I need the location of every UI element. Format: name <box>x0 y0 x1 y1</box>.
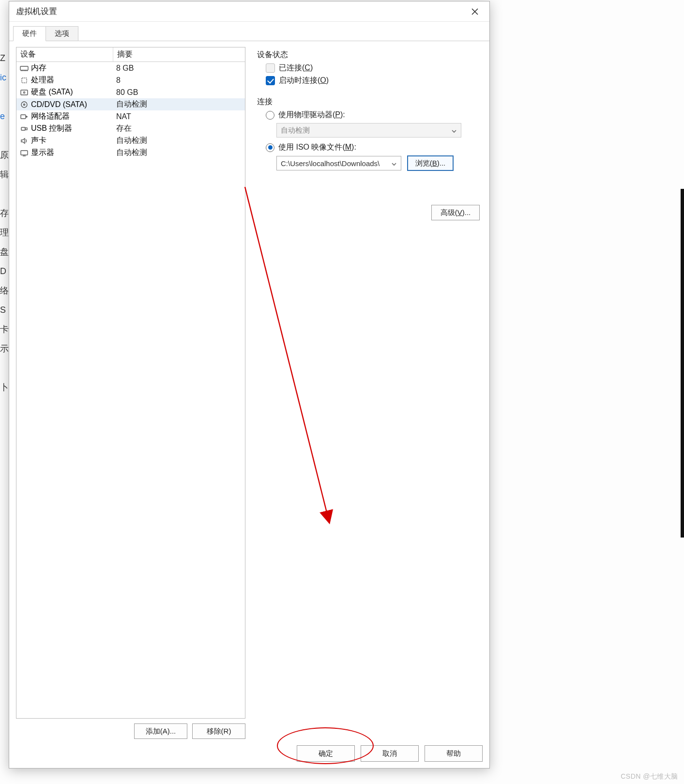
svg-rect-1 <box>22 78 27 83</box>
disk-icon <box>19 88 29 97</box>
display-icon <box>19 149 29 157</box>
help-button[interactable]: 帮助 <box>425 745 483 762</box>
connect-on-power-label: 启动时连接(O) <box>279 76 329 86</box>
svg-rect-0 <box>20 66 28 70</box>
device-summary: 80 GB <box>116 88 242 97</box>
physical-drive-value: 自动检测 <box>281 126 310 135</box>
tab-hardware[interactable]: 硬件 <box>13 26 46 41</box>
connection-title: 连接 <box>257 97 483 107</box>
titlebar: 虚拟机设置 <box>9 1 489 22</box>
device-table-header: 设备 摘要 <box>16 47 245 62</box>
device-table: 设备 摘要 内存8 GB处理器8硬盘 (SATA)80 GBCD/DVD (SA… <box>16 47 245 719</box>
device-row-usb[interactable]: USB 控制器存在 <box>16 123 245 135</box>
device-name: 内存 <box>31 63 116 73</box>
ok-button[interactable]: 确定 <box>297 745 355 762</box>
connect-on-power-row[interactable]: 启动时连接(O) <box>266 76 483 86</box>
tab-body: 设备 摘要 内存8 GB处理器8硬盘 (SATA)80 GBCD/DVD (SA… <box>9 41 489 768</box>
device-row-sound[interactable]: 声卡自动检测 <box>16 135 245 147</box>
device-row-net[interactable]: 网络适配器NAT <box>16 110 245 123</box>
use-physical-label: 使用物理驱动器(P): <box>278 110 345 120</box>
svg-point-4 <box>21 102 27 108</box>
close-button[interactable] <box>464 2 486 21</box>
device-status-title: 设备状态 <box>257 50 483 60</box>
chevron-down-icon <box>391 160 397 166</box>
device-name: 显示器 <box>31 148 116 158</box>
connected-checkbox[interactable] <box>266 63 275 73</box>
dialog-footer: 确定 取消 帮助 <box>9 739 489 768</box>
device-summary: 自动检测 <box>116 136 242 146</box>
advanced-button[interactable]: 高级(V)... <box>431 205 480 220</box>
connected-checkbox-row[interactable]: 已连接(C) <box>266 63 483 73</box>
svg-rect-2 <box>21 90 28 95</box>
use-physical-radio[interactable] <box>266 111 274 120</box>
device-summary: 自动检测 <box>116 99 242 109</box>
remove-button[interactable]: 移除(R) <box>192 723 245 739</box>
add-button[interactable]: 添加(A)... <box>134 723 187 739</box>
use-iso-label: 使用 ISO 映像文件(M): <box>278 142 356 153</box>
device-name: 网络适配器 <box>31 111 116 122</box>
device-row-memory[interactable]: 内存8 GB <box>16 62 245 74</box>
device-row-display[interactable]: 显示器自动检测 <box>16 147 245 159</box>
device-summary: NAT <box>116 112 242 121</box>
iso-path-dropdown[interactable]: C:\Users\localhost\Downloads\ <box>276 156 401 170</box>
close-icon <box>471 8 479 15</box>
memory-icon <box>19 64 29 73</box>
device-name: 硬盘 (SATA) <box>31 87 116 97</box>
browse-button[interactable]: 浏览(B)... <box>407 155 454 171</box>
svg-rect-9 <box>21 151 28 155</box>
tabstrip: 硬件 选项 <box>9 22 489 41</box>
svg-rect-6 <box>21 115 26 119</box>
device-summary: 存在 <box>116 123 242 134</box>
svg-rect-7 <box>21 127 25 130</box>
background-dark-stripe <box>681 189 684 538</box>
chevron-down-icon <box>451 127 457 133</box>
device-row-disk[interactable]: 硬盘 (SATA)80 GB <box>16 86 245 98</box>
use-iso-radio[interactable] <box>266 143 274 152</box>
use-iso-radio-row[interactable]: 使用 ISO 映像文件(M): <box>266 142 483 153</box>
left-panel: 设备 摘要 内存8 GB处理器8硬盘 (SATA)80 GBCD/DVD (SA… <box>16 47 245 739</box>
device-row-cd[interactable]: CD/DVD (SATA)自动检测 <box>16 98 245 110</box>
vm-settings-dialog: 虚拟机设置 硬件 选项 设备 摘要 内存8 GB处理器8硬盘 (SATA)80 … <box>9 1 490 769</box>
device-name: 声卡 <box>31 136 116 146</box>
device-name: 处理器 <box>31 75 116 85</box>
right-panel: 设备状态 已连接(C) 启动时连接(O) 连接 使用物理驱动器(P): <box>257 47 483 739</box>
cd-icon <box>19 100 29 109</box>
header-device: 设备 <box>16 47 113 61</box>
sound-icon <box>19 137 29 145</box>
connected-label: 已连接(C) <box>279 63 313 73</box>
usb-icon <box>19 124 29 133</box>
svg-rect-8 <box>25 128 27 130</box>
device-buttons: 添加(A)... 移除(R) <box>16 723 245 739</box>
device-summary: 8 <box>116 76 242 85</box>
net-icon <box>19 112 29 121</box>
background-clipped-text: Zic e 原辑 存理盘D络 S卡示 卜 <box>0 48 9 397</box>
device-summary: 自动检测 <box>116 148 242 158</box>
tab-options[interactable]: 选项 <box>46 26 78 41</box>
cancel-button[interactable]: 取消 <box>361 745 419 762</box>
header-summary: 摘要 <box>113 47 245 61</box>
use-physical-radio-row[interactable]: 使用物理驱动器(P): <box>266 110 483 120</box>
device-row-cpu[interactable]: 处理器8 <box>16 74 245 86</box>
physical-drive-dropdown[interactable]: 自动检测 <box>276 123 461 138</box>
svg-point-5 <box>24 104 25 105</box>
svg-point-3 <box>23 92 25 93</box>
connect-on-power-checkbox[interactable] <box>266 76 275 85</box>
iso-path-value: C:\Users\localhost\Downloads\ <box>281 159 380 168</box>
cpu-icon <box>19 76 29 85</box>
device-summary: 8 GB <box>116 64 242 73</box>
device-name: CD/DVD (SATA) <box>31 100 116 109</box>
window-title: 虚拟机设置 <box>16 6 464 17</box>
device-name: USB 控制器 <box>31 123 116 134</box>
watermark: CSDN @七维大脑 <box>621 772 678 781</box>
